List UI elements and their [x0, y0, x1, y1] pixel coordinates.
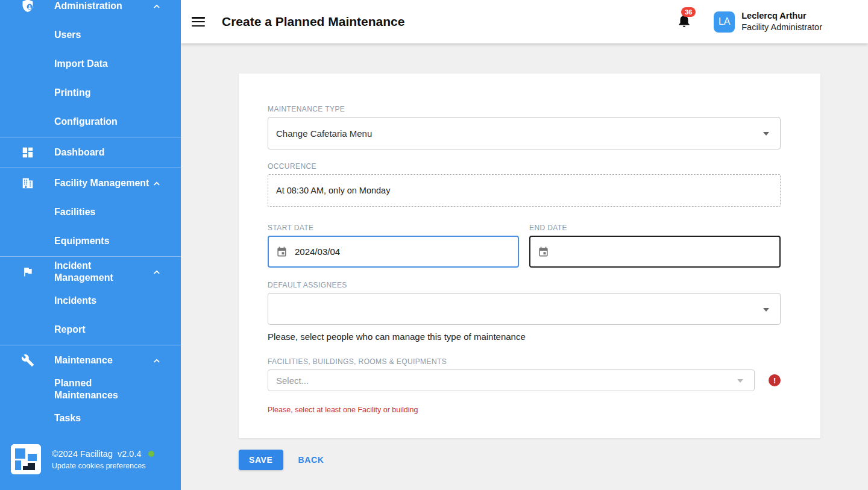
default-assignees-select[interactable]	[268, 293, 781, 325]
sidebar-item-printing[interactable]: Printing	[0, 78, 181, 107]
start-date-input[interactable]	[295, 247, 476, 257]
sidebar-item-label: Report	[54, 324, 86, 336]
sidebar-item-facility-management[interactable]: Facility Management	[0, 169, 181, 198]
sidebar-item-planned-maintenances[interactable]: Planned Maintenances	[0, 375, 181, 404]
wrench-icon	[20, 353, 35, 368]
calendar-icon	[538, 246, 549, 257]
save-button[interactable]: SAVE	[239, 450, 283, 470]
divider	[0, 256, 181, 257]
end-date-field[interactable]	[529, 236, 781, 268]
facilities-error-text: Please, select at least one Facility or …	[268, 406, 781, 414]
building-icon	[20, 176, 35, 190]
chevron-down-icon	[763, 308, 769, 312]
version-text: v2.0.4	[118, 449, 142, 459]
sidebar-item-label: Dashboard	[54, 146, 105, 159]
sidebar-item-label: Facility Management	[54, 177, 149, 189]
sidebar-item-dashboard[interactable]: Dashboard	[0, 138, 181, 167]
page-title: Create a Planned Maintenance	[222, 14, 404, 29]
sidebar-footer: ©2024 Facilitag v2.0.4 Update cookies pr…	[11, 444, 154, 474]
end-date-label: END DATE	[529, 224, 781, 232]
main-area: Create a Planned Maintenance 36 LA Lecle…	[181, 0, 868, 490]
sidebar-item-label: Users	[54, 29, 81, 41]
user-role: Facility Administrator	[741, 22, 822, 33]
admin-shield-icon	[20, 0, 35, 13]
sidebar-item-label: Tasks	[54, 412, 81, 424]
chevron-up-icon	[149, 353, 164, 368]
dates-row: START DATE END DATE	[268, 224, 781, 268]
sidebar-item-label: Printing	[54, 87, 90, 99]
notification-count-badge: 36	[681, 7, 696, 17]
top-header: Create a Planned Maintenance 36 LA Lecle…	[181, 0, 868, 43]
sidebar-item-import-data[interactable]: Import Data	[0, 49, 181, 78]
user-name: Leclercq Arthur	[741, 10, 822, 22]
sidebar-item-label: Maintenance	[54, 354, 113, 366]
hamburger-menu-icon[interactable]	[192, 17, 205, 27]
maintenance-type-value: Change Cafetaria Menu	[276, 128, 372, 139]
maintenance-type-select[interactable]: Change Cafetaria Menu	[268, 117, 781, 149]
facilities-label: FACILITIES, BUILDINGS, ROOMS & EQUIPMENT…	[268, 357, 781, 366]
sidebar-item-label: Administration	[54, 0, 122, 12]
error-exclamation-icon: !	[769, 374, 781, 386]
divider	[0, 345, 181, 345]
divider	[0, 137, 181, 137]
user-info[interactable]: Leclercq Arthur Facility Administrator	[741, 10, 822, 33]
chevron-up-icon	[149, 265, 164, 279]
content-area: MAINTENANCE TYPE Change Cafetaria Menu O…	[181, 43, 868, 490]
sidebar-item-label: Configuration	[54, 116, 118, 128]
sidebar-item-administration[interactable]: Administration	[0, 0, 181, 20]
facilities-placeholder: Select...	[276, 375, 309, 386]
sidebar-item-equipments[interactable]: Equipments	[0, 227, 181, 256]
status-dot	[148, 451, 154, 457]
sidebar-item-label: Planned Maintenances	[54, 377, 149, 401]
sidebar-item-incident-management[interactable]: Incident Management	[0, 257, 181, 286]
sidebar-nav: Administration Users Import Data Printin…	[0, 0, 181, 433]
form-actions: SAVE BACK	[239, 450, 868, 470]
sidebar: Administration Users Import Data Printin…	[0, 0, 181, 490]
default-assignees-label: DEFAULT ASSIGNEES	[268, 281, 781, 289]
chevron-up-icon	[149, 0, 164, 13]
start-date-field[interactable]	[268, 236, 519, 268]
back-button[interactable]: BACK	[298, 455, 324, 465]
start-date-label: START DATE	[268, 224, 519, 232]
sidebar-item-configuration[interactable]: Configuration	[0, 107, 181, 136]
maintenance-type-label: MAINTENANCE TYPE	[268, 105, 781, 113]
cookies-preferences-link[interactable]: Update cookies preferences	[52, 462, 154, 470]
chevron-up-icon	[149, 176, 164, 190]
default-assignees-helper: Please, select people who can manage thi…	[268, 331, 781, 342]
sidebar-item-maintenance[interactable]: Maintenance	[0, 346, 181, 375]
occurence-field[interactable]: At 08:30 AM, only on Monday	[268, 174, 781, 207]
sidebar-item-tasks[interactable]: Tasks	[0, 404, 181, 433]
sidebar-item-report[interactable]: Report	[0, 315, 181, 344]
facilities-row: Select... !	[268, 369, 781, 391]
user-avatar[interactable]: LA	[714, 11, 735, 33]
dashboard-icon	[20, 145, 35, 160]
divider	[0, 168, 181, 168]
facilities-select[interactable]: Select...	[268, 369, 755, 391]
end-date-input[interactable]	[556, 247, 737, 257]
calendar-icon	[276, 246, 288, 257]
facilitag-logo-icon	[11, 444, 41, 474]
chevron-down-icon	[737, 379, 743, 383]
planned-maintenance-form-card: MAINTENANCE TYPE Change Cafetaria Menu O…	[239, 74, 820, 438]
chevron-down-icon	[763, 132, 769, 136]
sidebar-item-users[interactable]: Users	[0, 20, 181, 49]
sidebar-item-label: Import Data	[54, 58, 108, 70]
occurence-value: At 08:30 AM, only on Monday	[276, 186, 390, 195]
sidebar-item-label: Facilities	[54, 206, 95, 218]
flag-icon	[20, 265, 35, 279]
sidebar-item-facilities[interactable]: Facilities	[0, 198, 181, 227]
sidebar-item-label: Incident Management	[54, 260, 149, 284]
notifications-bell-icon[interactable]: 36	[676, 13, 692, 31]
sidebar-item-label: Equipments	[54, 235, 110, 247]
sidebar-item-incidents[interactable]: Incidents	[0, 286, 181, 315]
occurence-label: OCCURENCE	[268, 162, 781, 171]
sidebar-item-label: Incidents	[54, 295, 96, 307]
header-right: 36 LA Leclercq Arthur Facility Administr…	[676, 10, 822, 33]
copyright-text: ©2024 Facilitag	[52, 449, 113, 459]
